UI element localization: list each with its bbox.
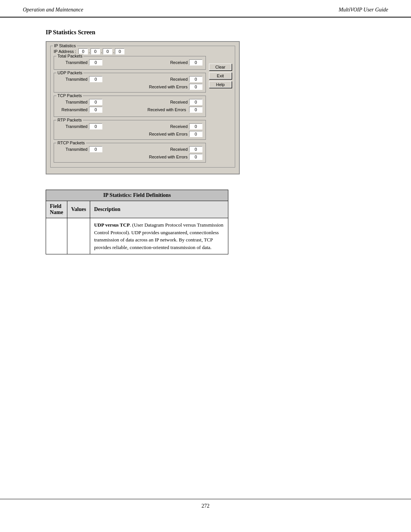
rtp-received-field[interactable] — [189, 123, 202, 129]
rtp-transmitted-row: Transmitted Received — [57, 123, 202, 129]
tcp-received-group: Received — [170, 99, 202, 105]
total-packets-group: Total Packets Transmitted Received — [54, 56, 206, 70]
ip-octet-4[interactable] — [115, 48, 124, 54]
rtp-errors-field[interactable] — [189, 131, 202, 137]
tcp-retransmitted-label: Retransmitted — [57, 107, 88, 112]
desc-bold: UDP versus TCP — [94, 222, 130, 228]
udp-errors-field[interactable] — [189, 84, 202, 90]
total-received-label: Received — [170, 60, 188, 65]
rtp-transmitted-field[interactable] — [89, 123, 102, 129]
rtp-errors-label: Received with Errors — [149, 132, 188, 136]
ip-dot-2: . — [101, 49, 102, 54]
tcp-retransmitted-row: Retransmitted Received with Errors — [57, 107, 202, 113]
col-description: Description — [90, 201, 228, 218]
tcp-received-label: Received — [170, 100, 188, 104]
rtp-received-group: Received — [170, 123, 202, 129]
udp-received-group: Received — [170, 76, 202, 82]
udp-packets-content: Transmitted Received Received with Error… — [57, 76, 202, 90]
rtcp-received-label: Received — [170, 147, 188, 152]
field-definitions-table: IP Statistics: Field Definitions FieldNa… — [46, 190, 228, 254]
rtcp-transmitted-field[interactable] — [89, 146, 102, 152]
col-values: Values — [67, 201, 90, 218]
exit-button[interactable]: Exit — [209, 72, 232, 79]
clear-button[interactable]: Clear — [209, 64, 232, 70]
rtp-errors-row: Received with Errors — [57, 131, 202, 137]
rtcp-transmitted-row: Transmitted Received — [57, 146, 202, 152]
tcp-packets-group: TCP Packets Transmitted Received — [54, 96, 206, 117]
udp-transmitted-field[interactable] — [89, 76, 102, 82]
tcp-errors-field[interactable] — [189, 107, 202, 113]
ip-statistics-group-label: IP Statistics — [53, 43, 77, 48]
rtp-received-label: Received — [170, 124, 188, 129]
ip-dot-1: . — [89, 49, 90, 54]
tcp-transmitted-field[interactable] — [89, 99, 102, 105]
page-number: 272 — [202, 503, 210, 509]
udp-errors-label: Received with Errors — [149, 85, 188, 89]
rtcp-errors-row: Received with Errors — [57, 154, 202, 160]
dialog-main: Total Packets Transmitted Received — [54, 56, 206, 166]
tcp-received-field[interactable] — [189, 99, 202, 105]
tcp-retransmitted-field[interactable] — [89, 107, 102, 113]
udp-errors-row: Received with Errors — [57, 84, 202, 90]
udp-packets-group: UDP Packets Transmitted Received — [54, 73, 206, 93]
row-values — [67, 218, 90, 254]
udp-packets-label: UDP Packets — [56, 70, 83, 75]
tcp-packets-label: TCP Packets — [56, 93, 83, 98]
rtp-packets-group: RTP Packets Transmitted Received — [54, 120, 206, 140]
dialog-inner: Total Packets Transmitted Received — [54, 56, 232, 166]
rtcp-packets-group: RTCP Packets Transmitted Received — [54, 143, 206, 163]
tcp-transmitted-row: Transmitted Received — [57, 99, 202, 105]
ip-address-label: IP Address : — [54, 49, 76, 54]
udp-received-label: Received — [170, 77, 188, 81]
ip-statistics-group: IP Statistics IP Address : . . . Total P… — [50, 46, 235, 168]
rtcp-transmitted-label: Transmitted — [57, 147, 88, 152]
tcp-errors-label: Received with Errors — [148, 107, 186, 112]
total-packets-content: Transmitted Received — [57, 59, 202, 66]
table-title: IP Statistics: Field Definitions — [46, 190, 228, 201]
header-left: Operation and Maintenance — [23, 7, 83, 13]
section-title: IP Statistics Screen — [46, 29, 365, 36]
rtcp-received-field[interactable] — [189, 146, 202, 152]
total-transmitted-label: Transmitted — [57, 60, 88, 65]
ip-statistics-dialog: IP Statistics IP Address : . . . Total P… — [46, 41, 240, 174]
total-transmitted-field[interactable] — [89, 59, 102, 66]
col-field-name: FieldName — [46, 201, 67, 218]
rtcp-packets-label: RTCP Packets — [56, 141, 86, 145]
total-packets-label: Total Packets — [56, 54, 83, 58]
udp-received-field[interactable] — [189, 76, 202, 82]
rtcp-packets-content: Transmitted Received Received with Error… — [57, 146, 202, 160]
total-received-field[interactable] — [189, 59, 202, 66]
rtp-transmitted-label: Transmitted — [57, 124, 88, 129]
rtcp-errors-label: Received with Errors — [149, 155, 188, 159]
rtcp-errors-field[interactable] — [189, 154, 202, 160]
page-header: Operation and Maintenance MultiVOIP User… — [0, 0, 411, 18]
help-button[interactable]: Help — [209, 81, 232, 88]
rtp-packets-content: Transmitted Received Received with Error… — [57, 123, 202, 137]
tcp-packets-content: Transmitted Received Retransmitted — [57, 99, 202, 113]
page-content: IP Statistics Screen IP Statistics IP Ad… — [0, 29, 411, 254]
dialog-buttons: Clear Exit Help — [209, 56, 232, 166]
header-right: MultiVOIP User Guide — [339, 7, 388, 13]
total-transmitted-row: Transmitted Received — [57, 59, 202, 66]
page-footer: 272 — [0, 499, 411, 509]
row-field — [46, 218, 67, 254]
udp-transmitted-row: Transmitted Received — [57, 76, 202, 82]
rtcp-received-group: Received — [170, 146, 202, 152]
ip-dot-3: . — [113, 49, 114, 54]
total-received-group: Received — [170, 59, 202, 66]
tcp-transmitted-label: Transmitted — [57, 100, 88, 104]
row-description: UDP versus TCP. (User Datagram Protocol … — [90, 218, 228, 254]
rtp-packets-label: RTP Packets — [56, 118, 83, 122]
udp-transmitted-label: Transmitted — [57, 77, 88, 81]
ip-octet-2[interactable] — [91, 48, 100, 54]
ip-octet-3[interactable] — [103, 48, 112, 54]
tcp-errors-group: Received with Errors — [148, 107, 202, 113]
